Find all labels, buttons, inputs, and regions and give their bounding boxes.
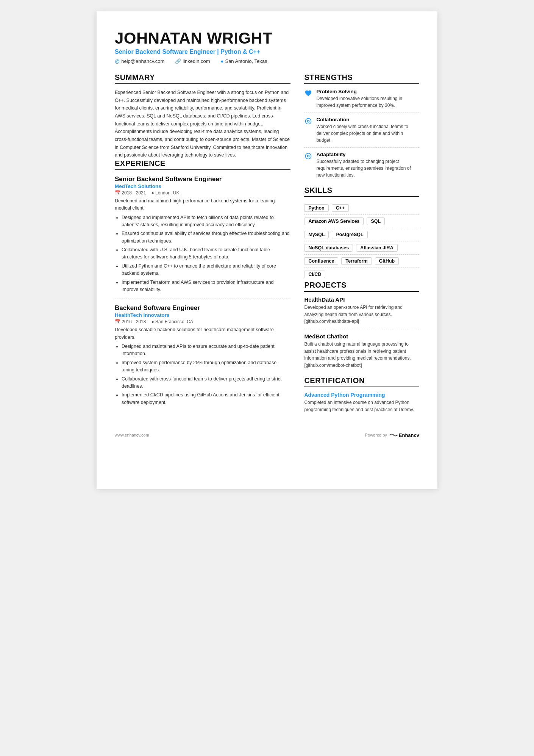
left-column: SUMMARY Experienced Senior Backend Softw… bbox=[115, 73, 290, 413]
experience-title: EXPERIENCE bbox=[115, 159, 290, 170]
strength-3-content: Adaptability Successfully adapted to cha… bbox=[316, 152, 419, 178]
strength-1: Problem Solving Developed innovative sol… bbox=[304, 89, 419, 113]
job-2-years: 📅 2016 - 2018 bbox=[115, 319, 146, 324]
summary-text: Experienced Senior Backend Software Engi… bbox=[115, 89, 290, 159]
adapt-icon bbox=[304, 152, 312, 161]
job-2-company: HealthTech Innovators bbox=[115, 312, 290, 318]
pin-icon-1: ● bbox=[151, 190, 154, 196]
strength-1-name: Problem Solving bbox=[316, 89, 419, 94]
job-2-title: Backend Software Engineer bbox=[115, 304, 290, 312]
header: JOHNATAN WRIGHT Senior Backend Software … bbox=[115, 30, 419, 64]
svg-point-0 bbox=[306, 119, 311, 124]
bullet-item: Designed and implemented APIs to fetch b… bbox=[122, 214, 290, 229]
project-2-desc: Built a chatbot using natural language p… bbox=[304, 341, 419, 369]
location-value: San Antonio, Texas bbox=[225, 58, 267, 64]
svg-point-1 bbox=[308, 121, 309, 122]
job-1-desc: Developed and maintained high-performanc… bbox=[115, 197, 290, 212]
certification-title: CERTIFICATION bbox=[304, 376, 419, 387]
skill-nosql: NoSQL databases bbox=[304, 244, 353, 252]
project-1-desc: Developed an open-source API for retriev… bbox=[304, 304, 419, 325]
strength-1-desc: Developed innovative solutions resulting… bbox=[316, 95, 419, 109]
enhancv-text: Enhancv bbox=[399, 432, 419, 438]
job-2-bullets: Designed and maintained APIs to ensure a… bbox=[122, 343, 290, 406]
collab-icon bbox=[304, 117, 312, 126]
footer-url: www.enhancv.com bbox=[115, 433, 149, 437]
project-2: MedBot Chatbot Built a chatbot using nat… bbox=[304, 333, 419, 373]
bullet-item: Utilized Python and C++ to enhance the a… bbox=[122, 263, 290, 277]
enhancv-logo: Enhancv bbox=[389, 432, 419, 438]
bullet-item: Collaborated with cross-functional teams… bbox=[122, 376, 290, 390]
skill-python: Python bbox=[304, 204, 328, 212]
bullet-item: Implemented Terraform and AWS services t… bbox=[122, 279, 290, 294]
skills-section: SKILLS Python C++ Amazon AWS Services SQ… bbox=[304, 186, 419, 281]
job-1-location: ● London, UK bbox=[151, 190, 179, 196]
skill-terraform: Terraform bbox=[341, 257, 372, 265]
certification-section: CERTIFICATION Advanced Python Programmin… bbox=[304, 376, 419, 413]
svg-point-3 bbox=[308, 155, 309, 157]
skills-row-3: MySQL PostgreSQL bbox=[304, 228, 419, 241]
candidate-title: Senior Backend Software Engineer | Pytho… bbox=[115, 49, 419, 55]
strength-2-content: Collaboration Worked closely with cross-… bbox=[316, 117, 419, 144]
email-contact: @ help@enhancv.com bbox=[115, 58, 164, 64]
linkedin-contact: 🔗 linkedin.com bbox=[175, 58, 210, 64]
candidate-name: JOHNATAN WRIGHT bbox=[115, 30, 419, 47]
skill-confluence: Confluence bbox=[304, 257, 338, 265]
skill-aws: Amazon AWS Services bbox=[304, 218, 364, 225]
project-2-title: MedBot Chatbot bbox=[304, 333, 419, 340]
job-2-location: ● San Francisco, CA bbox=[151, 319, 193, 324]
bullet-item: Improved system performance by 25% throu… bbox=[122, 359, 290, 374]
bullet-item: Ensured continuous availability of servi… bbox=[122, 230, 290, 245]
bullet-item: Designed and maintained APIs to ensure a… bbox=[122, 343, 290, 358]
skill-mysql: MySQL bbox=[304, 231, 329, 238]
summary-section: SUMMARY Experienced Senior Backend Softw… bbox=[115, 73, 290, 159]
strength-2: Collaboration Worked closely with cross-… bbox=[304, 117, 419, 148]
skill-postgresql: PostgreSQL bbox=[332, 231, 367, 238]
footer: www.enhancv.com Powered by Enhancv bbox=[115, 429, 419, 438]
skills-title: SKILLS bbox=[304, 186, 419, 197]
svg-point-2 bbox=[306, 153, 311, 159]
cert-desc: Completed an intensive course on advance… bbox=[304, 399, 419, 413]
summary-title: SUMMARY bbox=[115, 73, 290, 84]
bullet-item: Collaborated with U.S. and U.K.-based te… bbox=[122, 246, 290, 261]
skills-row-2: Amazon AWS Services SQL bbox=[304, 215, 419, 228]
strengths-section: STRENGTHS Problem Solving Developed inno… bbox=[304, 73, 419, 182]
skill-github: GitHub bbox=[375, 257, 399, 265]
contact-bar: @ help@enhancv.com 🔗 linkedin.com ● San … bbox=[115, 58, 419, 64]
pin-icon-2: ● bbox=[151, 319, 154, 324]
email-icon: @ bbox=[115, 58, 120, 64]
projects-section: PROJECTS HealthData API Developed an ope… bbox=[304, 281, 419, 373]
skill-jira: Atlassian JIRA bbox=[356, 244, 398, 252]
bullet-item: Implemented CI/CD pipelines using GitHub… bbox=[122, 391, 290, 406]
strengths-title: STRENGTHS bbox=[304, 73, 419, 84]
job-1-company: MedTech Solutions bbox=[115, 183, 290, 189]
job-1: Senior Backend Software Engineer MedTech… bbox=[115, 175, 290, 294]
skill-cicd: CI/CD bbox=[304, 271, 325, 278]
strength-3-desc: Successfully adapted to changing project… bbox=[316, 158, 419, 178]
strength-2-name: Collaboration bbox=[316, 117, 419, 122]
linkedin-icon: 🔗 bbox=[175, 58, 181, 64]
calendar-icon-2: 📅 bbox=[115, 319, 120, 324]
strength-2-desc: Worked closely with cross-functional tea… bbox=[316, 123, 419, 144]
location-contact: ● San Antonio, Texas bbox=[221, 58, 267, 64]
linkedin-value: linkedin.com bbox=[183, 58, 210, 64]
powered-by-label: Powered by bbox=[365, 433, 387, 437]
project-1: HealthData API Developed an open-source … bbox=[304, 296, 419, 329]
footer-logo: Powered by Enhancv bbox=[365, 432, 419, 438]
skills-grid: Python C++ Amazon AWS Services SQL MySQL… bbox=[304, 202, 419, 281]
experience-section: EXPERIENCE Senior Backend Software Engin… bbox=[115, 159, 290, 406]
main-layout: SUMMARY Experienced Senior Backend Softw… bbox=[115, 73, 419, 413]
job-1-years: 📅 2018 - 2021 bbox=[115, 190, 146, 196]
strength-1-content: Problem Solving Developed innovative sol… bbox=[316, 89, 419, 109]
right-column: STRENGTHS Problem Solving Developed inno… bbox=[304, 73, 419, 413]
calendar-icon-1: 📅 bbox=[115, 190, 120, 196]
job-1-title: Senior Backend Software Engineer bbox=[115, 175, 290, 183]
skills-row-5: Confluence Terraform GitHub bbox=[304, 255, 419, 268]
strength-3-name: Adaptability bbox=[316, 152, 419, 157]
skill-sql: SQL bbox=[367, 218, 385, 225]
job-2-meta: 📅 2016 - 2018 ● San Francisco, CA bbox=[115, 319, 290, 324]
strength-3: Adaptability Successfully adapted to cha… bbox=[304, 152, 419, 182]
skills-row-6: CI/CD bbox=[304, 268, 419, 281]
job-1-meta: 📅 2018 - 2021 ● London, UK bbox=[115, 190, 290, 196]
skills-row-1: Python C++ bbox=[304, 202, 419, 215]
projects-title: PROJECTS bbox=[304, 281, 419, 292]
